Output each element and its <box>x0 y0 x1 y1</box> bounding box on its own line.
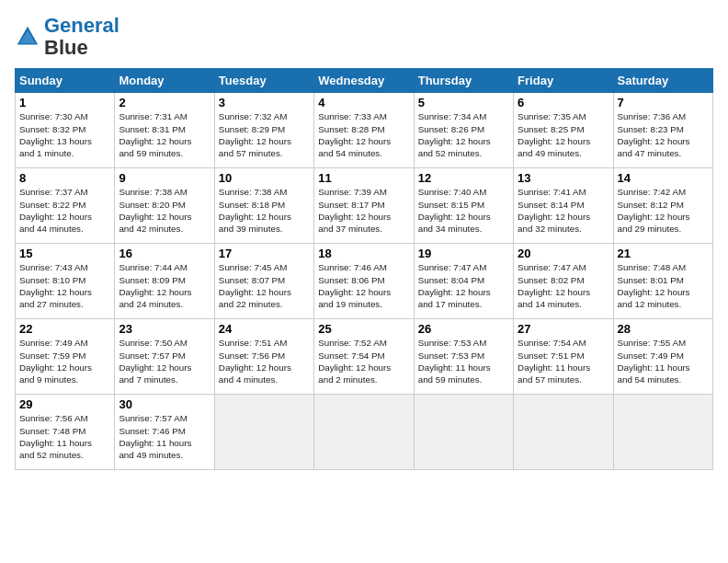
calendar-cell <box>214 395 313 470</box>
calendar-week-5: 29Sunrise: 7:56 AM Sunset: 7:48 PM Dayli… <box>16 395 713 470</box>
day-number: 21 <box>618 247 709 260</box>
calendar-cell: 26Sunrise: 7:53 AM Sunset: 7:53 PM Dayli… <box>414 319 513 395</box>
calendar-cell: 10Sunrise: 7:38 AM Sunset: 8:18 PM Dayli… <box>214 168 313 244</box>
calendar-cell: 27Sunrise: 7:54 AM Sunset: 7:51 PM Dayli… <box>514 319 613 395</box>
calendar-cell: 24Sunrise: 7:51 AM Sunset: 7:56 PM Dayli… <box>214 319 313 395</box>
day-info: Sunrise: 7:30 AM Sunset: 8:32 PM Dayligh… <box>19 110 110 159</box>
day-info: Sunrise: 7:31 AM Sunset: 8:31 PM Dayligh… <box>119 110 210 159</box>
day-info: Sunrise: 7:38 AM Sunset: 8:18 PM Dayligh… <box>219 186 310 235</box>
calendar-cell <box>314 395 414 470</box>
calendar-cell: 16Sunrise: 7:44 AM Sunset: 8:09 PM Dayli… <box>115 244 214 319</box>
day-info: Sunrise: 7:44 AM Sunset: 8:09 PM Dayligh… <box>119 261 210 310</box>
day-info: Sunrise: 7:54 AM Sunset: 7:51 PM Dayligh… <box>518 337 609 385</box>
logo: GeneralBlue <box>15 15 119 59</box>
day-info: Sunrise: 7:32 AM Sunset: 8:29 PM Dayligh… <box>219 110 310 159</box>
day-number: 9 <box>119 171 210 185</box>
day-number: 2 <box>119 96 210 109</box>
day-number: 22 <box>19 322 110 336</box>
day-number: 26 <box>418 322 509 336</box>
calendar-cell: 12Sunrise: 7:40 AM Sunset: 8:15 PM Dayli… <box>414 168 513 244</box>
calendar-cell: 3Sunrise: 7:32 AM Sunset: 8:29 PM Daylig… <box>214 93 313 168</box>
day-info: Sunrise: 7:39 AM Sunset: 8:17 PM Dayligh… <box>318 186 409 235</box>
day-info: Sunrise: 7:38 AM Sunset: 8:20 PM Dayligh… <box>119 186 210 235</box>
day-number: 11 <box>318 171 409 185</box>
day-number: 28 <box>618 322 709 336</box>
calendar-cell: 21Sunrise: 7:48 AM Sunset: 8:01 PM Dayli… <box>613 244 712 319</box>
day-info: Sunrise: 7:52 AM Sunset: 7:54 PM Dayligh… <box>318 337 409 385</box>
calendar-cell: 9Sunrise: 7:38 AM Sunset: 8:20 PM Daylig… <box>115 168 214 244</box>
day-number: 4 <box>318 96 409 109</box>
calendar-cell: 25Sunrise: 7:52 AM Sunset: 7:54 PM Dayli… <box>314 319 414 395</box>
day-info: Sunrise: 7:50 AM Sunset: 7:57 PM Dayligh… <box>119 337 210 385</box>
day-number: 12 <box>418 171 509 185</box>
calendar-cell: 23Sunrise: 7:50 AM Sunset: 7:57 PM Dayli… <box>115 319 214 395</box>
day-number: 15 <box>19 247 110 260</box>
calendar-cell: 1Sunrise: 7:30 AM Sunset: 8:32 PM Daylig… <box>16 93 115 168</box>
calendar-cell <box>414 395 513 470</box>
calendar-cell: 29Sunrise: 7:56 AM Sunset: 7:48 PM Dayli… <box>16 395 115 470</box>
day-number: 16 <box>119 247 210 260</box>
calendar-cell: 22Sunrise: 7:49 AM Sunset: 7:59 PM Dayli… <box>16 319 115 395</box>
day-info: Sunrise: 7:33 AM Sunset: 8:28 PM Dayligh… <box>318 110 409 159</box>
day-number: 20 <box>518 247 609 260</box>
day-number: 13 <box>518 171 609 185</box>
day-info: Sunrise: 7:37 AM Sunset: 8:22 PM Dayligh… <box>19 186 110 235</box>
day-number: 7 <box>618 96 709 109</box>
calendar-cell: 19Sunrise: 7:47 AM Sunset: 8:04 PM Dayli… <box>414 244 513 319</box>
day-info: Sunrise: 7:56 AM Sunset: 7:48 PM Dayligh… <box>19 412 110 461</box>
day-number: 30 <box>119 397 210 411</box>
calendar-cell: 28Sunrise: 7:55 AM Sunset: 7:49 PM Dayli… <box>613 319 712 395</box>
calendar-cell <box>613 395 712 470</box>
day-info: Sunrise: 7:53 AM Sunset: 7:53 PM Dayligh… <box>418 337 509 385</box>
day-info: Sunrise: 7:46 AM Sunset: 8:06 PM Dayligh… <box>318 261 409 310</box>
day-number: 3 <box>219 96 310 109</box>
calendar-cell: 30Sunrise: 7:57 AM Sunset: 7:46 PM Dayli… <box>115 395 214 470</box>
calendar-cell: 17Sunrise: 7:45 AM Sunset: 8:07 PM Dayli… <box>214 244 313 319</box>
weekday-monday: Monday <box>115 69 214 93</box>
day-number: 17 <box>219 247 310 260</box>
weekday-wednesday: Wednesday <box>314 69 414 93</box>
day-info: Sunrise: 7:34 AM Sunset: 8:26 PM Dayligh… <box>418 110 509 159</box>
weekday-friday: Friday <box>514 69 613 93</box>
day-number: 19 <box>418 247 509 260</box>
calendar-cell: 14Sunrise: 7:42 AM Sunset: 8:12 PM Dayli… <box>613 168 712 244</box>
calendar-cell: 7Sunrise: 7:36 AM Sunset: 8:23 PM Daylig… <box>613 93 712 168</box>
calendar-cell: 20Sunrise: 7:47 AM Sunset: 8:02 PM Dayli… <box>514 244 613 319</box>
day-number: 29 <box>19 397 110 411</box>
calendar-cell: 11Sunrise: 7:39 AM Sunset: 8:17 PM Dayli… <box>314 168 414 244</box>
weekday-header-row: SundayMondayTuesdayWednesdayThursdayFrid… <box>16 69 713 93</box>
calendar-week-1: 1Sunrise: 7:30 AM Sunset: 8:32 PM Daylig… <box>16 93 713 168</box>
page-header: GeneralBlue <box>15 15 713 59</box>
calendar-cell: 2Sunrise: 7:31 AM Sunset: 8:31 PM Daylig… <box>115 93 214 168</box>
weekday-sunday: Sunday <box>16 69 115 93</box>
day-number: 27 <box>518 322 609 336</box>
day-number: 1 <box>19 96 110 109</box>
day-info: Sunrise: 7:42 AM Sunset: 8:12 PM Dayligh… <box>618 186 709 235</box>
calendar-cell: 5Sunrise: 7:34 AM Sunset: 8:26 PM Daylig… <box>414 93 513 168</box>
calendar-table: SundayMondayTuesdayWednesdayThursdayFrid… <box>15 68 713 470</box>
calendar-cell <box>514 395 613 470</box>
calendar-cell: 8Sunrise: 7:37 AM Sunset: 8:22 PM Daylig… <box>16 168 115 244</box>
day-info: Sunrise: 7:51 AM Sunset: 7:56 PM Dayligh… <box>219 337 310 385</box>
calendar-week-4: 22Sunrise: 7:49 AM Sunset: 7:59 PM Dayli… <box>16 319 713 395</box>
day-number: 14 <box>618 171 709 185</box>
day-number: 23 <box>119 322 210 336</box>
day-info: Sunrise: 7:49 AM Sunset: 7:59 PM Dayligh… <box>19 337 110 385</box>
weekday-thursday: Thursday <box>414 69 513 93</box>
day-info: Sunrise: 7:47 AM Sunset: 8:02 PM Dayligh… <box>518 261 609 310</box>
calendar-week-3: 15Sunrise: 7:43 AM Sunset: 8:10 PM Dayli… <box>16 244 713 319</box>
day-info: Sunrise: 7:48 AM Sunset: 8:01 PM Dayligh… <box>618 261 709 310</box>
day-number: 6 <box>518 96 609 109</box>
calendar-week-2: 8Sunrise: 7:37 AM Sunset: 8:22 PM Daylig… <box>16 168 713 244</box>
weekday-tuesday: Tuesday <box>214 69 313 93</box>
day-info: Sunrise: 7:57 AM Sunset: 7:46 PM Dayligh… <box>119 412 210 461</box>
day-info: Sunrise: 7:41 AM Sunset: 8:14 PM Dayligh… <box>518 186 609 235</box>
day-number: 24 <box>219 322 310 336</box>
calendar-cell: 18Sunrise: 7:46 AM Sunset: 8:06 PM Dayli… <box>314 244 414 319</box>
calendar-cell: 4Sunrise: 7:33 AM Sunset: 8:28 PM Daylig… <box>314 93 414 168</box>
day-info: Sunrise: 7:55 AM Sunset: 7:49 PM Dayligh… <box>618 337 709 385</box>
weekday-saturday: Saturday <box>613 69 712 93</box>
calendar-cell: 13Sunrise: 7:41 AM Sunset: 8:14 PM Dayli… <box>514 168 613 244</box>
day-info: Sunrise: 7:45 AM Sunset: 8:07 PM Dayligh… <box>219 261 310 310</box>
day-info: Sunrise: 7:36 AM Sunset: 8:23 PM Dayligh… <box>618 110 709 159</box>
